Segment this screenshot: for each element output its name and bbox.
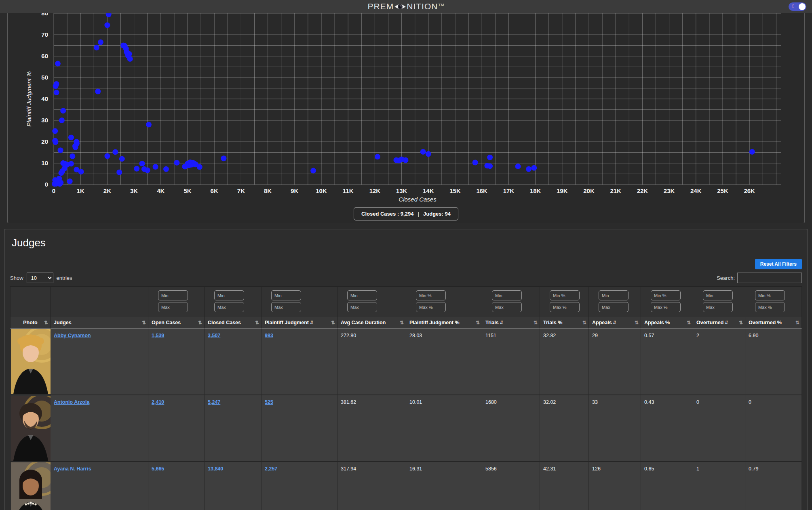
judge-name-link[interactable]: Ayana N. Harris [54, 466, 91, 472]
filter-min-plaintiff-judgment[interactable] [416, 290, 446, 300]
search-input[interactable] [737, 273, 802, 283]
search-label: Search: [717, 275, 735, 281]
svg-text:20K: 20K [583, 187, 595, 194]
open-cases-link[interactable]: 5,665 [152, 466, 164, 472]
sort-icon[interactable]: ⇅ [582, 320, 586, 325]
filter-cell-overturned [745, 286, 802, 317]
filter-min-overturned[interactable] [703, 290, 733, 300]
open-cases-link[interactable]: 2,410 [152, 399, 164, 405]
column-header-plaintiff-judgment[interactable]: Plaintiff Judgment %⇅ [406, 317, 482, 329]
sort-icon[interactable]: ⇅ [635, 320, 639, 325]
svg-text:18K: 18K [530, 187, 541, 194]
filter-max-open-cases[interactable] [158, 302, 188, 312]
column-header-overturned[interactable]: Overturned %⇅ [745, 317, 802, 329]
cell-overturned: 2 [693, 329, 745, 395]
column-header-open-cases[interactable]: Open Cases⇅ [148, 317, 205, 329]
filter-max-overturned[interactable] [703, 302, 733, 312]
filter-min-closed-cases[interactable] [214, 290, 244, 300]
judge-name-link[interactable]: Abby Cynamon [54, 333, 91, 338]
cell-trials: 32.02 [540, 395, 589, 462]
filter-min-open-cases[interactable] [158, 290, 188, 300]
judge-photo[interactable] [11, 396, 51, 461]
closed-cases-link[interactable]: 3,507 [208, 333, 220, 338]
sort-icon[interactable]: ⇅ [400, 320, 404, 325]
column-header-overturned[interactable]: Overturned #⇅ [693, 317, 745, 329]
filter-max-closed-cases[interactable] [214, 302, 244, 312]
reset-all-filters-button[interactable]: Reset All Filters [755, 259, 802, 269]
judges-value: 94 [445, 211, 451, 217]
column-header-appeals[interactable]: Appeals %⇅ [641, 317, 693, 329]
brand-logo: PREM NITION TM [368, 2, 445, 11]
scatter-chart[interactable]: 01K2K3K4K5K6K7K8K9K10K11K12K13K14K15K16K… [8, 13, 804, 206]
sort-icon[interactable]: ⇅ [534, 320, 538, 325]
column-header-closed-cases[interactable]: Closed Cases⇅ [205, 317, 262, 329]
filter-min-trials[interactable] [550, 290, 580, 300]
column-header-plaintiff-judgment[interactable]: Plaintiff Judgment #⇅ [262, 317, 337, 329]
filter-max-overturned[interactable] [755, 302, 785, 312]
filter-max-appeals[interactable] [651, 302, 681, 312]
svg-text:8K: 8K [264, 187, 272, 194]
filter-min-appeals[interactable] [651, 290, 681, 300]
filter-min-avg-case-duration[interactable] [347, 290, 377, 300]
filter-min-plaintiff-judgment[interactable] [271, 290, 301, 300]
filter-max-trials[interactable] [550, 302, 580, 312]
svg-text:3K: 3K [130, 187, 138, 194]
cell-plaintiff-judgment: 28.03 [406, 329, 482, 395]
open-cases-link[interactable]: 1,539 [152, 333, 164, 338]
filter-cell-plaintiff-judgment [262, 286, 337, 317]
cell-overturned: 0 [745, 395, 802, 462]
svg-text:14K: 14K [423, 187, 434, 194]
table-row: Ayana N. Harris5,66513,8402,257317.9416.… [10, 462, 802, 510]
filter-max-appeals[interactable] [599, 302, 629, 312]
closed-cases-link[interactable]: 13,840 [208, 466, 223, 472]
judge-photo[interactable] [11, 462, 51, 510]
theme-toggle[interactable]: ☾ [789, 2, 806, 11]
cell-appeals: 0.57 [641, 329, 693, 395]
filter-max-avg-case-duration[interactable] [347, 302, 377, 312]
sort-icon[interactable]: ⇅ [44, 320, 48, 325]
filter-max-trials[interactable] [492, 302, 522, 312]
cell-judge-name: Abby Cynamon [51, 329, 148, 395]
cell-avg-case-duration: 272.80 [337, 329, 406, 395]
filter-max-plaintiff-judgment[interactable] [416, 302, 446, 312]
svg-text:1K: 1K [77, 187, 84, 194]
svg-text:9K: 9K [291, 187, 298, 194]
filter-max-plaintiff-judgment[interactable] [271, 302, 301, 312]
entries-label: entries [57, 275, 72, 281]
cell-closed-cases: 3,507 [205, 329, 262, 395]
sort-icon[interactable]: ⇅ [331, 320, 335, 325]
column-header-photo[interactable]: Photo⇅ [10, 317, 51, 329]
svg-text:11K: 11K [343, 187, 354, 194]
sort-icon[interactable]: ⇅ [198, 320, 202, 325]
filter-cell-appeals [589, 286, 641, 317]
judge-name-link[interactable]: Antonio Arzola [54, 399, 89, 405]
sort-icon[interactable]: ⇅ [687, 320, 691, 325]
filter-min-trials[interactable] [492, 290, 522, 300]
toggle-knob[interactable] [799, 3, 806, 10]
cell-overturned: 1 [693, 462, 745, 510]
column-label: Overturned % [749, 320, 782, 325]
column-header-trials[interactable]: Trials #⇅ [482, 317, 540, 329]
plaintiff-judgment-link[interactable]: 525 [265, 399, 273, 405]
brand-text-right: NITION [407, 2, 438, 11]
filter-min-overturned[interactable] [755, 290, 785, 300]
sort-icon[interactable]: ⇅ [476, 320, 480, 325]
sort-icon[interactable]: ⇅ [739, 320, 743, 325]
cell-appeals: 0.43 [641, 395, 693, 462]
filter-cell-trials [482, 286, 540, 317]
sort-icon[interactable]: ⇅ [142, 320, 146, 325]
filter-cell-overturned [693, 286, 745, 317]
filter-min-appeals[interactable] [599, 290, 629, 300]
column-header-trials[interactable]: Trials %⇅ [540, 317, 589, 329]
plaintiff-judgment-link[interactable]: 983 [265, 333, 273, 338]
column-header-avg-case-duration[interactable]: Avg Case Duration⇅ [337, 317, 406, 329]
sort-icon[interactable]: ⇅ [255, 320, 259, 325]
closed-cases-link[interactable]: 5,247 [208, 399, 220, 405]
sort-icon[interactable]: ⇅ [795, 320, 799, 325]
judge-photo[interactable] [11, 329, 51, 394]
filter-cell-closed-cases [205, 286, 262, 317]
page-length-select[interactable]: 10 [27, 273, 53, 283]
column-header-judges[interactable]: Judges⇅ [51, 317, 148, 329]
plaintiff-judgment-link[interactable]: 2,257 [265, 466, 277, 472]
column-header-appeals[interactable]: Appeals #⇅ [589, 317, 641, 329]
